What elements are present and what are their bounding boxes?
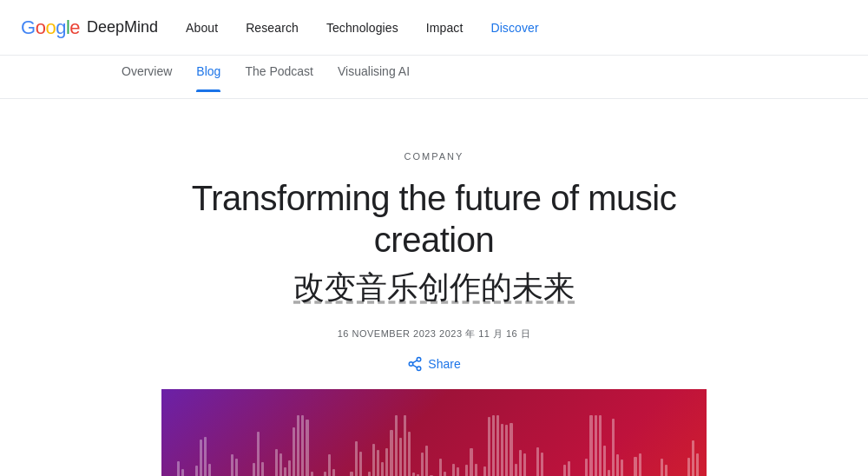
waveform-bar [612, 419, 615, 476]
waveform-bar [492, 415, 495, 476]
waveform-bar [536, 447, 539, 476]
waveform-bar [324, 472, 326, 476]
nav-research[interactable]: Research [246, 21, 299, 35]
waveform-bar [523, 453, 526, 476]
waveform-bar [621, 459, 623, 476]
share-label: Share [428, 357, 460, 371]
waveform-bar [275, 449, 278, 476]
waveform-bar [470, 448, 472, 476]
top-nav: Google DeepMind About Research Technolog… [0, 0, 868, 56]
waveform-bar [390, 430, 392, 476]
waveform-bar [457, 467, 459, 476]
waveform-bar [603, 446, 606, 476]
waveform-bar [404, 415, 406, 476]
waveform-bar [288, 460, 291, 476]
waveform-bar [385, 448, 388, 476]
waveform-bar [661, 459, 663, 476]
waveform-bar [235, 459, 238, 476]
waveform-bar [421, 453, 424, 476]
subnav-blog[interactable]: Blog [196, 64, 220, 90]
waveform-bar [355, 441, 358, 476]
waveform-bar [568, 461, 570, 476]
waveform-bar [483, 466, 486, 476]
waveform-bar [195, 466, 198, 476]
sub-nav: Overview Blog The Podcast Visualising AI [0, 56, 868, 99]
waveform-bar [541, 453, 543, 476]
waveform-bar [425, 446, 428, 476]
waveform-bar [488, 417, 490, 476]
waveform-bar [377, 450, 379, 476]
waveform-bar [599, 415, 602, 476]
waveform-bar [372, 444, 375, 476]
waveform-bar [665, 465, 667, 476]
waveform-bar [301, 415, 304, 476]
svg-line-3 [413, 365, 418, 367]
waveform-bar [293, 427, 295, 476]
waveform-bar [297, 415, 299, 476]
share-button[interactable]: Share [407, 356, 460, 372]
waveform-bar [515, 464, 517, 476]
waveform-bar [510, 423, 512, 476]
waveform-bar [257, 432, 260, 476]
article-category: COMPANY [404, 151, 464, 162]
hero-image [161, 389, 707, 476]
waveform-bar [253, 463, 255, 476]
nav-technologies[interactable]: Technologies [326, 21, 398, 35]
deepmind-logo-text: DeepMind [87, 18, 158, 36]
waveform-bar [181, 469, 184, 476]
waveform-bar [311, 472, 313, 476]
waveform-bar [368, 472, 371, 476]
waveform-bar [328, 454, 331, 476]
nav-about[interactable]: About [186, 21, 218, 35]
waveform-bar [505, 425, 508, 476]
waveform-bar [696, 453, 699, 476]
nav-discover[interactable]: Discover [490, 21, 538, 35]
waveform-bar [496, 415, 499, 476]
waveform-bar [692, 440, 694, 476]
waveform-bar [589, 415, 592, 476]
waveform-bar [475, 464, 477, 476]
waveform-bar [519, 450, 522, 476]
top-nav-links: About Research Technologies Impact Disco… [186, 20, 539, 36]
waveform-bar [439, 459, 442, 476]
waveform-bar [595, 415, 597, 476]
article-date: 16 NOVEMBER 2023 2023 年 11 月 16 日 [338, 327, 531, 340]
waveform-bar [208, 464, 211, 476]
waveform-bar [687, 458, 690, 476]
waveform-bar [332, 469, 335, 476]
waveform [161, 389, 707, 476]
waveform-bar [408, 432, 411, 477]
waveform-bar [563, 465, 566, 476]
waveform-bar [444, 472, 446, 476]
waveform-bar [261, 462, 264, 476]
waveform-bar [452, 464, 455, 476]
google-logo: Google [21, 17, 80, 39]
article-title-en: Transforming the future of music creatio… [174, 177, 694, 261]
waveform-bar [395, 415, 398, 476]
waveform-bar [412, 473, 415, 476]
waveform-bar [231, 454, 233, 476]
article-title-zh: 改变音乐创作的未来 [293, 268, 575, 308]
main-content: COMPANY Transforming the future of music… [0, 99, 868, 476]
subnav-podcast[interactable]: The Podcast [245, 64, 313, 90]
waveform-bar [634, 457, 636, 476]
waveform-bar [608, 470, 610, 476]
subnav-visualising-ai[interactable]: Visualising AI [338, 64, 410, 90]
waveform-bar [381, 462, 384, 476]
waveform-bar [279, 453, 282, 476]
waveform-bar [616, 454, 619, 476]
waveform-bar [306, 420, 308, 476]
waveform-bar [350, 472, 352, 476]
waveform-bar [200, 440, 202, 476]
waveform-bar [465, 465, 468, 476]
waveform-bar [399, 438, 402, 476]
subnav-overview[interactable]: Overview [122, 64, 172, 90]
waveform-bar [359, 452, 362, 476]
waveform-bar [284, 467, 286, 476]
nav-impact[interactable]: Impact [426, 21, 464, 35]
waveform-bar [204, 437, 207, 477]
waveform-bar [177, 461, 180, 476]
waveform-bar [585, 459, 588, 476]
svg-line-4 [413, 360, 418, 363]
logo[interactable]: Google DeepMind [21, 17, 158, 39]
